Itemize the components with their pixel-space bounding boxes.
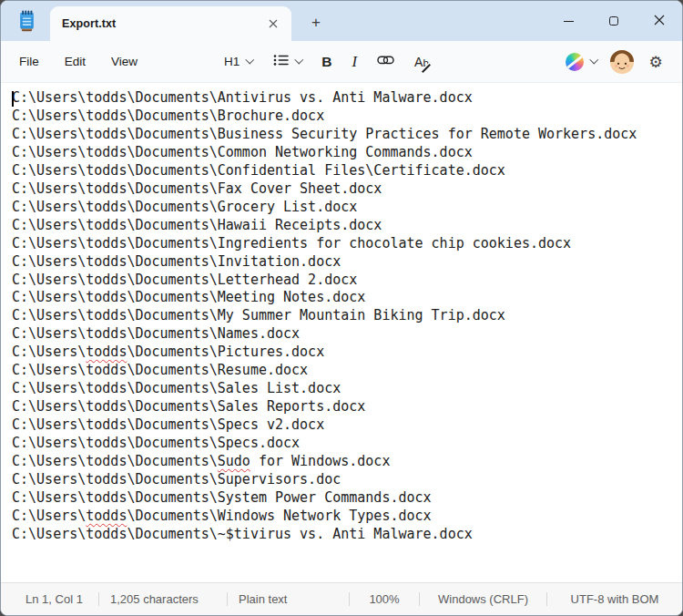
settings-button[interactable]: ⚙	[642, 48, 669, 76]
close-icon	[654, 15, 665, 28]
line-ending: Windows (CRLF)	[420, 583, 546, 615]
chevron-down-icon	[589, 56, 597, 64]
tab-title: Export.txt	[62, 17, 262, 30]
menu-view[interactable]: View	[98, 48, 150, 75]
close-button[interactable]	[637, 1, 682, 41]
editor-line: C:\Users\todds\Documents\Specs v2.docx	[12, 416, 673, 435]
editor-line: C:\Users\todds\Documents\Confidential Fi…	[12, 162, 673, 180]
plus-icon: +	[311, 14, 321, 32]
tab-export-txt[interactable]: Export.txt	[50, 6, 291, 41]
minimize-icon	[564, 21, 574, 22]
formatting-group: H1 B I	[216, 48, 437, 76]
encoding: UTF-8 with BOM	[547, 583, 682, 615]
misspelled-word: Sudo	[218, 453, 250, 469]
bold-label: B	[321, 54, 331, 70]
tab-close-button[interactable]	[262, 13, 284, 35]
editor-line: C:\Users\todds\Documents\Common Networki…	[12, 144, 673, 162]
toolbar: File Edit View H1 B	[1, 41, 682, 83]
zoom-level[interactable]: 100%	[350, 583, 419, 615]
editor-line: C:\Users\todds\Documents\Sales Reports.d…	[12, 398, 673, 416]
link-button[interactable]	[369, 48, 403, 76]
editor-line: C:\Users\todds\Documents\Hawaii Receipts…	[12, 217, 673, 235]
editor-line: C:\Users\todds\Documents\Specs.docx	[12, 435, 673, 453]
editor-line: C:\Users\todds\Documents\~$tivirus vs. A…	[12, 526, 673, 544]
editor-line: C:\Users\todds\Documents\Grocery List.do…	[12, 199, 673, 217]
editor-content: C:\Users\todds\Documents\Antivirus vs. A…	[12, 89, 673, 544]
chevron-down-icon	[294, 56, 302, 64]
editor-line: C:\Users\todds\Documents\Fax Cover Sheet…	[12, 180, 673, 199]
editor-line: C:\Users\todds\Documents\Sudo for Window…	[12, 453, 673, 471]
document-format: Plain text	[228, 583, 330, 615]
editor-line: C:\Users\todds\Documents\My Summer Mount…	[12, 307, 673, 325]
bold-button[interactable]: B	[313, 48, 340, 76]
cursor-position: Ln 1, Col 1	[1, 583, 98, 615]
clear-formatting-icon: Ab	[414, 55, 429, 69]
clear-formatting-button[interactable]: Ab	[406, 48, 437, 76]
bullet-list-icon	[273, 54, 289, 69]
chevron-down-icon	[246, 56, 254, 64]
editor-line: C:\Users\todds\Documents\Names.docx	[12, 325, 673, 344]
editor-line: C:\Users\todds\Documents\Resume.docx	[12, 362, 673, 380]
link-icon	[377, 55, 394, 68]
minimize-button[interactable]	[545, 1, 591, 41]
italic-button[interactable]: I	[344, 48, 366, 76]
editor-line: C:\Users\todds\Documents\Brochure.docx	[12, 108, 673, 126]
new-tab-button[interactable]: +	[304, 11, 328, 35]
copilot-icon	[566, 53, 584, 71]
editor-line: C:\Users\todds\Documents\Antivirus vs. A…	[12, 89, 673, 108]
editor-line: C:\Users\todds\Documents\System Power Co…	[12, 489, 673, 508]
gear-icon: ⚙	[648, 53, 662, 71]
maximize-button[interactable]	[591, 1, 637, 41]
editor-line: C:\Users\todds\Documents\Letterhead 2.do…	[12, 272, 673, 290]
heading-label: H1	[224, 55, 240, 68]
editor-line: C:\Users\todds\Documents\Business Securi…	[12, 126, 673, 144]
statusbar: Ln 1, Col 1 1,205 characters Plain text …	[1, 582, 682, 615]
character-count: 1,205 characters	[99, 583, 227, 615]
editor[interactable]: C:\Users\todds\Documents\Antivirus vs. A…	[1, 83, 682, 582]
list-style-dropdown[interactable]	[265, 48, 311, 76]
titlebar[interactable]: Export.txt +	[1, 1, 682, 41]
misspelled-word: todds	[86, 508, 127, 524]
avatar	[609, 49, 635, 75]
editor-line: C:\Users\todds\Documents\Meeting Notes.d…	[12, 289, 673, 307]
editor-line: C:\Users\todds\Documents\Invitation.docx	[12, 253, 673, 272]
editor-line: C:\Users\todds\Documents\Sales List.docx	[12, 380, 673, 398]
menu-edit[interactable]: Edit	[52, 48, 98, 75]
editor-line: C:\Users\todds\Documents\Ingredients for…	[12, 235, 673, 253]
window-controls	[545, 1, 682, 41]
notepad-window: Export.txt + File	[0, 0, 683, 616]
notepad-app-icon	[10, 1, 43, 41]
text-caret	[12, 91, 14, 107]
menu-file[interactable]: File	[6, 48, 52, 75]
account-avatar[interactable]	[609, 49, 635, 75]
misspelled-word: todds	[86, 344, 127, 360]
copilot-dropdown[interactable]	[560, 47, 603, 77]
statusbar-right-group: 100% Windows (CRLF) UTF-8 with BOM	[349, 583, 682, 615]
heading-style-dropdown[interactable]: H1	[216, 48, 261, 76]
italic-label: I	[352, 53, 358, 71]
editor-line: C:\Users\todds\Documents\Windows Network…	[12, 508, 673, 526]
maximize-icon	[609, 16, 618, 26]
close-icon	[269, 17, 278, 31]
editor-line: C:\Users\todds\Documents\Pictures.docx	[12, 344, 673, 362]
toolbar-right-group: ⚙	[560, 47, 670, 77]
editor-line: C:\Users\todds\Documents\Supervisors.doc	[12, 471, 673, 489]
